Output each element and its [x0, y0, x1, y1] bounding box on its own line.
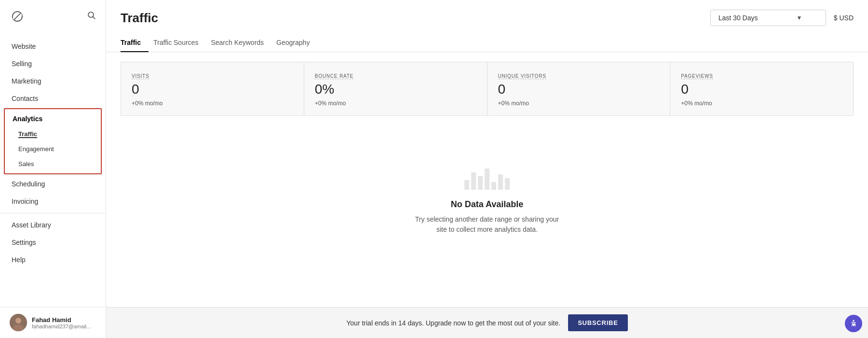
- stat-visits-change: +0% mo/mo: [132, 100, 293, 107]
- stats-row: VISITS 0 +0% mo/mo BOUNCE RATE 0% +0% mo…: [121, 62, 854, 116]
- accessibility-button[interactable]: [845, 315, 862, 332]
- stat-visits-value: 0: [132, 82, 293, 97]
- currency-label: $ USD: [834, 14, 854, 22]
- main-content: Traffic Last 30 Days ▼ $ USD Traffic Tra…: [106, 0, 868, 338]
- header-right: Last 30 Days ▼ $ USD: [710, 10, 854, 26]
- stat-bounce-label: BOUNCE RATE: [315, 73, 353, 79]
- chevron-down-icon: ▼: [796, 14, 802, 21]
- sidebar-divider: [0, 213, 106, 213]
- sidebar-item-selling[interactable]: Selling: [0, 55, 106, 72]
- tab-bar: Traffic Traffic Sources Search Keywords …: [106, 34, 868, 52]
- sidebar-item-asset-library[interactable]: Asset Library: [0, 216, 106, 234]
- analytics-section: Analytics Traffic Engagement Sales: [4, 108, 102, 174]
- stat-pageviews-label: PAGEVIEWS: [681, 73, 713, 79]
- no-data-area: No Data Available Try selecting another …: [106, 116, 868, 307]
- no-data-title: No Data Available: [451, 199, 524, 210]
- sidebar-item-invoicing[interactable]: Invoicing: [0, 193, 106, 210]
- sidebar-subitem-sales[interactable]: Sales: [5, 156, 101, 171]
- tab-traffic-sources[interactable]: Traffic Sources: [153, 34, 206, 52]
- stat-unique-value: 0: [498, 82, 660, 97]
- user-info: Fahad Hamid fahadhamid237@amail...: [32, 316, 91, 329]
- sidebar-item-website[interactable]: Website: [0, 38, 106, 55]
- tab-geography[interactable]: Geography: [276, 34, 317, 52]
- page-title: Traffic: [121, 11, 158, 26]
- sidebar-item-settings[interactable]: Settings: [0, 234, 106, 251]
- search-icon[interactable]: [87, 11, 96, 22]
- sidebar-subitem-engagement[interactable]: Engagement: [5, 141, 101, 156]
- svg-point-4: [15, 318, 21, 324]
- svg-line-2: [93, 17, 95, 19]
- sidebar-item-scheduling[interactable]: Scheduling: [0, 175, 106, 193]
- stat-unique-change: +0% mo/mo: [498, 100, 660, 107]
- stat-unique-label: UNIQUE VISITORS: [498, 73, 546, 79]
- stat-bounce-value: 0%: [315, 82, 476, 97]
- stat-pageviews: PAGEVIEWS 0 +0% mo/mo: [670, 62, 853, 115]
- subscribe-button[interactable]: SUBSCRIBE: [568, 314, 628, 331]
- user-name: Fahad Hamid: [32, 316, 91, 324]
- sidebar-subitem-traffic[interactable]: Traffic: [5, 127, 101, 141]
- sidebar-item-analytics[interactable]: Analytics: [5, 111, 101, 127]
- sidebar-item-contacts[interactable]: Contacts: [0, 90, 106, 107]
- page-header: Traffic Last 30 Days ▼ $ USD: [106, 0, 868, 26]
- sidebar: Website Selling Marketing Contacts Analy…: [0, 0, 106, 338]
- stat-pageviews-change: +0% mo/mo: [681, 100, 842, 107]
- stat-bounce-change: +0% mo/mo: [315, 100, 476, 107]
- stat-visits: VISITS 0 +0% mo/mo: [121, 62, 304, 115]
- sidebar-item-marketing[interactable]: Marketing: [0, 72, 106, 90]
- stat-bounce-rate: BOUNCE RATE 0% +0% mo/mo: [304, 62, 488, 115]
- date-range-dropdown[interactable]: Last 30 Days ▼: [710, 10, 826, 26]
- trial-message: Your trial ends in 14 days. Upgrade now …: [346, 319, 560, 327]
- no-data-subtitle: Try selecting another date range or shar…: [410, 214, 564, 235]
- tab-search-keywords[interactable]: Search Keywords: [211, 34, 271, 52]
- user-email: fahadhamid237@amail...: [32, 324, 91, 329]
- avatar: [10, 314, 27, 331]
- sidebar-nav: Website Selling Marketing Contacts Analy…: [0, 33, 106, 307]
- date-range-label: Last 30 Days: [719, 14, 758, 22]
- sidebar-header: [0, 0, 106, 33]
- tab-traffic[interactable]: Traffic: [121, 34, 149, 52]
- sidebar-item-help[interactable]: Help: [0, 251, 106, 268]
- squarespace-logo[interactable]: [10, 9, 25, 24]
- svg-point-6: [853, 320, 854, 322]
- stat-unique-visitors: UNIQUE VISITORS 0 +0% mo/mo: [488, 62, 671, 115]
- trial-banner: Your trial ends in 14 days. Upgrade now …: [106, 307, 868, 338]
- bar-chart-icon: [464, 169, 510, 190]
- sidebar-footer: Fahad Hamid fahadhamid237@amail...: [0, 307, 106, 338]
- stat-visits-label: VISITS: [132, 73, 149, 79]
- stat-pageviews-value: 0: [681, 82, 842, 97]
